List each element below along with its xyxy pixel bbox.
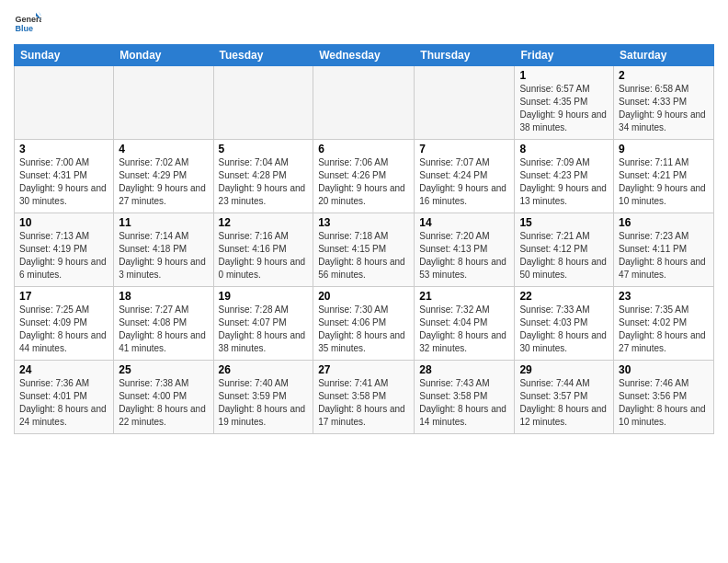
day-info: Sunrise: 7:06 AM Sunset: 4:26 PM Dayligh…	[318, 156, 409, 208]
day-number: 13	[318, 216, 409, 229]
week-row-4: 17Sunrise: 7:25 AM Sunset: 4:09 PM Dayli…	[15, 287, 714, 361]
day-info: Sunrise: 7:33 AM Sunset: 4:03 PM Dayligh…	[519, 304, 609, 355]
day-number: 5	[219, 143, 309, 155]
calendar-header-row: SundayMondayTuesdayWednesdayThursdayFrid…	[15, 45, 714, 66]
day-number: 22	[519, 290, 609, 303]
page-header: General Blue	[14, 9, 714, 37]
calendar-cell: 22Sunrise: 7:33 AM Sunset: 4:03 PM Dayli…	[515, 287, 614, 361]
calendar-cell: 28Sunrise: 7:43 AM Sunset: 3:58 PM Dayli…	[415, 361, 515, 434]
calendar-cell: 5Sunrise: 7:04 AM Sunset: 4:28 PM Daylig…	[213, 140, 313, 213]
day-number: 20	[318, 290, 409, 303]
day-info: Sunrise: 7:46 AM Sunset: 3:56 PM Dayligh…	[619, 377, 709, 429]
day-info: Sunrise: 7:40 AM Sunset: 3:59 PM Dayligh…	[219, 377, 309, 429]
logo-icon: General Blue	[14, 9, 41, 37]
calendar-cell: 29Sunrise: 7:44 AM Sunset: 3:57 PM Dayli…	[515, 361, 614, 434]
day-info: Sunrise: 7:14 AM Sunset: 4:18 PM Dayligh…	[119, 230, 208, 282]
day-number: 6	[318, 143, 409, 155]
day-number: 4	[119, 143, 208, 155]
day-number: 15	[519, 216, 609, 229]
day-number: 23	[619, 290, 709, 303]
day-info: Sunrise: 7:13 AM Sunset: 4:19 PM Dayligh…	[19, 230, 108, 282]
day-number: 19	[219, 290, 309, 303]
day-number: 27	[318, 363, 409, 376]
day-info: Sunrise: 7:04 AM Sunset: 4:28 PM Dayligh…	[219, 156, 309, 208]
day-info: Sunrise: 7:27 AM Sunset: 4:08 PM Dayligh…	[119, 304, 208, 355]
day-info: Sunrise: 7:43 AM Sunset: 3:58 PM Dayligh…	[419, 377, 509, 429]
calendar-cell: 2Sunrise: 6:58 AM Sunset: 4:33 PM Daylig…	[614, 66, 714, 140]
svg-text:Blue: Blue	[16, 24, 34, 33]
day-info: Sunrise: 7:41 AM Sunset: 3:58 PM Dayligh…	[318, 377, 409, 429]
calendar-cell: 16Sunrise: 7:23 AM Sunset: 4:11 PM Dayli…	[614, 213, 714, 287]
calendar-cell: 8Sunrise: 7:09 AM Sunset: 4:23 PM Daylig…	[515, 140, 614, 213]
calendar-cell: 20Sunrise: 7:30 AM Sunset: 4:06 PM Dayli…	[313, 287, 415, 361]
day-number: 3	[19, 143, 108, 155]
calendar-cell: 30Sunrise: 7:46 AM Sunset: 3:56 PM Dayli…	[614, 361, 714, 434]
day-info: Sunrise: 6:57 AM Sunset: 4:35 PM Dayligh…	[519, 83, 609, 134]
day-number: 29	[519, 363, 609, 376]
calendar-cell: 24Sunrise: 7:36 AM Sunset: 4:01 PM Dayli…	[15, 361, 114, 434]
col-header-tuesday: Tuesday	[213, 45, 313, 66]
day-number: 25	[119, 363, 208, 376]
day-info: Sunrise: 7:23 AM Sunset: 4:11 PM Dayligh…	[619, 230, 709, 282]
calendar-cell: 21Sunrise: 7:32 AM Sunset: 4:04 PM Dayli…	[415, 287, 515, 361]
day-number: 12	[219, 216, 309, 229]
col-header-sunday: Sunday	[15, 45, 114, 66]
calendar-cell: 3Sunrise: 7:00 AM Sunset: 4:31 PM Daylig…	[15, 140, 114, 213]
calendar-cell: 26Sunrise: 7:40 AM Sunset: 3:59 PM Dayli…	[213, 361, 313, 434]
calendar-cell: 27Sunrise: 7:41 AM Sunset: 3:58 PM Dayli…	[313, 361, 415, 434]
calendar-cell: 12Sunrise: 7:16 AM Sunset: 4:16 PM Dayli…	[213, 213, 313, 287]
calendar-cell: 25Sunrise: 7:38 AM Sunset: 4:00 PM Dayli…	[114, 361, 213, 434]
day-info: Sunrise: 7:16 AM Sunset: 4:16 PM Dayligh…	[219, 230, 309, 282]
day-info: Sunrise: 7:35 AM Sunset: 4:02 PM Dayligh…	[619, 304, 709, 355]
day-info: Sunrise: 7:02 AM Sunset: 4:29 PM Dayligh…	[119, 156, 208, 208]
day-info: Sunrise: 7:09 AM Sunset: 4:23 PM Dayligh…	[519, 156, 609, 208]
calendar-cell: 19Sunrise: 7:28 AM Sunset: 4:07 PM Dayli…	[213, 287, 313, 361]
day-number: 26	[219, 363, 309, 376]
day-number: 2	[619, 69, 709, 82]
day-info: Sunrise: 7:07 AM Sunset: 4:24 PM Dayligh…	[419, 156, 509, 208]
col-header-wednesday: Wednesday	[313, 45, 415, 66]
day-info: Sunrise: 7:30 AM Sunset: 4:06 PM Dayligh…	[318, 304, 409, 355]
col-header-friday: Friday	[515, 45, 614, 66]
col-header-thursday: Thursday	[415, 45, 515, 66]
day-number: 17	[19, 290, 108, 303]
calendar-cell: 9Sunrise: 7:11 AM Sunset: 4:21 PM Daylig…	[614, 140, 714, 213]
day-number: 1	[519, 69, 609, 82]
calendar-cell: 7Sunrise: 7:07 AM Sunset: 4:24 PM Daylig…	[415, 140, 515, 213]
day-number: 24	[19, 363, 108, 376]
day-number: 30	[619, 363, 709, 376]
day-number: 8	[519, 143, 609, 155]
week-row-2: 3Sunrise: 7:00 AM Sunset: 4:31 PM Daylig…	[15, 140, 714, 213]
day-info: Sunrise: 7:21 AM Sunset: 4:12 PM Dayligh…	[519, 230, 609, 282]
day-info: Sunrise: 7:00 AM Sunset: 4:31 PM Dayligh…	[19, 156, 108, 208]
day-info: Sunrise: 7:36 AM Sunset: 4:01 PM Dayligh…	[19, 377, 108, 429]
day-number: 7	[419, 143, 509, 155]
calendar-cell: 4Sunrise: 7:02 AM Sunset: 4:29 PM Daylig…	[114, 140, 213, 213]
col-header-saturday: Saturday	[614, 45, 714, 66]
calendar-cell: 13Sunrise: 7:18 AM Sunset: 4:15 PM Dayli…	[313, 213, 415, 287]
day-number: 28	[419, 363, 509, 376]
day-info: Sunrise: 7:20 AM Sunset: 4:13 PM Dayligh…	[419, 230, 509, 282]
logo: General Blue	[14, 9, 45, 37]
week-row-3: 10Sunrise: 7:13 AM Sunset: 4:19 PM Dayli…	[15, 213, 714, 287]
day-info: Sunrise: 7:44 AM Sunset: 3:57 PM Dayligh…	[519, 377, 609, 429]
calendar-cell: 10Sunrise: 7:13 AM Sunset: 4:19 PM Dayli…	[15, 213, 114, 287]
day-number: 21	[419, 290, 509, 303]
calendar-cell: 15Sunrise: 7:21 AM Sunset: 4:12 PM Dayli…	[515, 213, 614, 287]
calendar-cell: 11Sunrise: 7:14 AM Sunset: 4:18 PM Dayli…	[114, 213, 213, 287]
day-info: Sunrise: 7:28 AM Sunset: 4:07 PM Dayligh…	[219, 304, 309, 355]
day-info: Sunrise: 7:38 AM Sunset: 4:00 PM Dayligh…	[119, 377, 208, 429]
calendar-cell: 23Sunrise: 7:35 AM Sunset: 4:02 PM Dayli…	[614, 287, 714, 361]
calendar-table: SundayMondayTuesdayWednesdayThursdayFrid…	[14, 44, 714, 434]
calendar-cell: 6Sunrise: 7:06 AM Sunset: 4:26 PM Daylig…	[313, 140, 415, 213]
day-info: Sunrise: 7:11 AM Sunset: 4:21 PM Dayligh…	[619, 156, 709, 208]
calendar-cell: 18Sunrise: 7:27 AM Sunset: 4:08 PM Dayli…	[114, 287, 213, 361]
calendar-cell: 1Sunrise: 6:57 AM Sunset: 4:35 PM Daylig…	[515, 66, 614, 140]
calendar-cell	[213, 66, 313, 140]
day-info: Sunrise: 7:18 AM Sunset: 4:15 PM Dayligh…	[318, 230, 409, 282]
day-number: 14	[419, 216, 509, 229]
day-number: 9	[619, 143, 709, 155]
calendar-cell	[313, 66, 415, 140]
day-info: Sunrise: 7:32 AM Sunset: 4:04 PM Dayligh…	[419, 304, 509, 355]
calendar-cell	[114, 66, 213, 140]
